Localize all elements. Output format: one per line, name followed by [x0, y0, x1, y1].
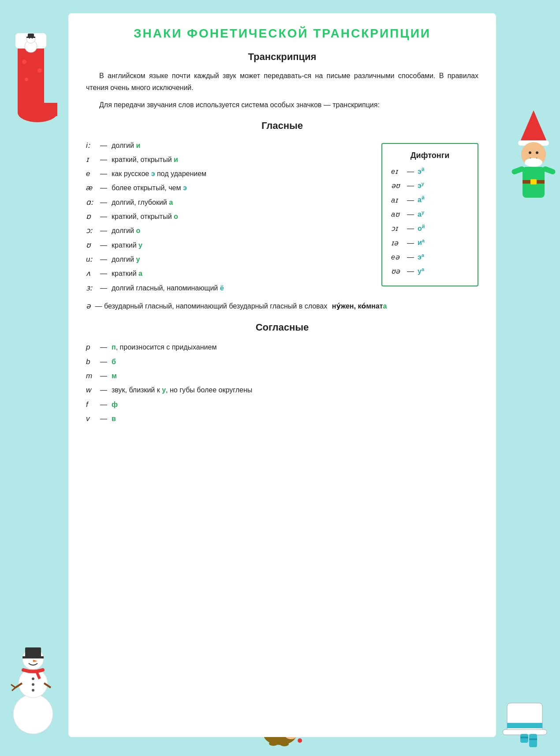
consonant-m: m — м [86, 369, 478, 383]
svg-point-25 [19, 669, 48, 698]
diph-ea: eə — эа [391, 250, 469, 264]
svg-point-30 [29, 656, 31, 658]
vowel-item-o: ɒ — краткий, открытый о [86, 210, 373, 224]
symbol-ii: iː [86, 139, 96, 153]
symbol-uu: uː [86, 252, 96, 267]
svg-point-16 [529, 151, 531, 154]
svg-rect-0 [18, 35, 44, 115]
svg-rect-20 [523, 180, 545, 184]
transcription-section-title: Транскрипция [86, 51, 478, 63]
svg-rect-23 [542, 165, 556, 175]
svg-point-35 [32, 689, 34, 692]
consonants-list: p — п, произносится с придыханием b — б … [86, 340, 478, 426]
main-content-card: ЗНАКИ ФОНЕТИЧЕСКОЙ ТРАНСКРИПЦИИ Транскри… [68, 13, 496, 737]
svg-point-9 [32, 38, 33, 39]
svg-point-8 [29, 38, 30, 39]
symbol-oo: ɔː [86, 224, 96, 238]
svg-point-51 [269, 741, 278, 746]
svg-point-53 [298, 738, 302, 743]
vowel-item-ae: æ — более открытый, чем э [86, 181, 373, 195]
consonant-w: w — звук, близкий к у, но губы более окр… [86, 383, 478, 397]
svg-point-52 [280, 742, 289, 746]
svg-marker-13 [520, 110, 547, 141]
intro-paragraph-2: Для передачи звучания слов используется … [86, 99, 478, 111]
svg-line-39 [12, 688, 15, 691]
vowel-item-a: ʌ — краткий а [86, 267, 373, 281]
svg-rect-58 [520, 734, 528, 743]
svg-marker-32 [33, 660, 37, 662]
consonant-b: b — б [86, 355, 478, 369]
vowel-item-i: ɪ — краткий, открытый и [86, 153, 373, 167]
snowman-decoration [2, 637, 66, 738]
svg-rect-22 [511, 165, 525, 175]
svg-line-37 [44, 683, 51, 688]
svg-point-11 [37, 68, 42, 73]
svg-rect-3 [15, 33, 46, 49]
svg-rect-27 [25, 647, 41, 657]
svg-point-12 [25, 78, 28, 81]
svg-rect-54 [507, 703, 542, 734]
symbol-aa: ɑː [86, 196, 96, 210]
svg-point-1 [18, 103, 57, 122]
svg-rect-6 [28, 34, 34, 37]
symbol-er: ɜː [86, 281, 96, 295]
svg-point-10 [22, 60, 26, 64]
diphthong-title: Дифтонги [391, 151, 469, 160]
vowel-item-e: e — как русское э под ударением [86, 167, 373, 181]
svg-line-29 [37, 672, 40, 679]
consonants-section-title: Согласные [86, 322, 478, 333]
consonant-p: p — п, произносится с придыханием [86, 340, 478, 354]
svg-point-26 [22, 648, 44, 669]
vowel-item-aa: ɑː — долгий, глубокий а [86, 196, 373, 210]
svg-point-24 [13, 694, 53, 734]
diph-ai: aɪ — ай [391, 193, 469, 207]
svg-rect-14 [518, 140, 549, 146]
stocking-decoration [0, 0, 64, 141]
vowels-diphthongs-container: iː — долгий и ɪ — краткий, открытый и e … [86, 139, 478, 295]
svg-rect-59 [529, 738, 537, 740]
vowel-item-ii: iː — долгий и [86, 139, 373, 153]
svg-point-5 [26, 34, 35, 43]
svg-rect-2 [29, 103, 57, 116]
svg-rect-28 [22, 656, 44, 658]
svg-point-18 [525, 158, 542, 167]
vowels-section-title: Гласные [86, 120, 478, 132]
symbol-o: ɒ [86, 210, 96, 224]
vowel-item-schwa: ə — безударный гласный, напоминающий без… [86, 300, 478, 313]
svg-rect-60 [520, 737, 528, 738]
consonant-f: f — ф [86, 398, 478, 412]
svg-rect-7 [26, 37, 35, 38]
vowels-list: iː — долгий и ɪ — краткий, открытый и e … [86, 139, 373, 295]
symbol-a: ʌ [86, 267, 96, 281]
svg-point-17 [536, 151, 538, 154]
vowel-item-er: ɜː — долгий гласный, напоминающий ё [86, 281, 373, 295]
svg-point-15 [521, 142, 546, 167]
diph-ou: əʊ — эу [391, 179, 469, 193]
intro-paragraph-1: В английском языке почти каждый звук мож… [86, 70, 478, 94]
svg-rect-19 [523, 167, 545, 198]
svg-line-36 [15, 683, 22, 688]
vowel-item-u-short: ʊ — краткий у [86, 238, 373, 252]
symbol-u-short: ʊ [86, 238, 96, 252]
svg-line-38 [11, 685, 15, 688]
vowel-item-oo: ɔː — долгий о [86, 224, 373, 238]
diphthong-box: Дифтонги eɪ — эй əʊ — эу aɪ — ай aʊ — ау [381, 143, 478, 287]
svg-point-34 [32, 683, 34, 686]
diph-ua: ʊə — уа [391, 264, 469, 278]
elf-decoration [507, 106, 560, 203]
diph-ei: eɪ — эй [391, 165, 469, 179]
svg-rect-55 [503, 730, 547, 735]
vowel-item-uu: uː — долгий у [86, 252, 373, 267]
symbol-e: e [86, 167, 96, 181]
svg-rect-56 [507, 723, 542, 728]
svg-point-4 [25, 40, 37, 53]
diph-ia: ɪə — иа [391, 236, 469, 250]
svg-rect-21 [530, 179, 537, 184]
diph-au: aʊ — ау [391, 207, 469, 222]
page-title: ЗНАКИ ФОНЕТИЧЕСКОЙ ТРАНСКРИПЦИИ [86, 26, 478, 41]
svg-rect-57 [529, 734, 537, 747]
diph-oi: ɔɪ — ой [391, 222, 469, 236]
svg-point-31 [35, 656, 37, 658]
svg-point-33 [32, 677, 34, 680]
consonant-v: v — в [86, 412, 478, 426]
